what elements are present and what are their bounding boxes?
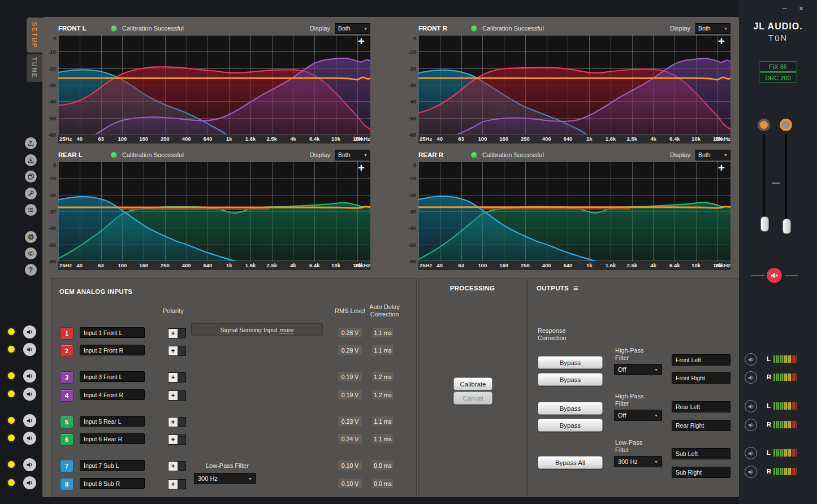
output-listen-button[interactable] — [745, 400, 757, 412]
tab-tune[interactable]: TUNE — [27, 54, 42, 82]
output-listen-button[interactable] — [745, 466, 757, 478]
input-name-field[interactable]: Input 8 Sub R — [80, 478, 145, 489]
input-name-field[interactable]: Input 6 Rear R — [80, 433, 145, 444]
meter-segment — [789, 373, 791, 381]
delay-correction-value: 1.1 ms — [373, 416, 393, 426]
plot-area[interactable]: + — [418, 162, 730, 261]
x-tick-label: 4k — [290, 262, 296, 268]
display-dropdown[interactable]: Both▼ — [695, 150, 730, 160]
input-name-field[interactable]: Input 4 Front R — [80, 389, 145, 400]
calibration-status-text: Calibration Successful — [482, 151, 544, 158]
left-level-knob[interactable] — [758, 119, 770, 131]
help-icon: ? — [29, 266, 33, 273]
close-button[interactable]: × — [799, 5, 803, 12]
hpf-front-dropdown[interactable]: Off▼ — [614, 364, 662, 375]
right-level-knob[interactable] — [780, 119, 792, 131]
plot-area[interactable]: + — [58, 35, 370, 134]
polarity-toggle[interactable]: + — [168, 390, 186, 401]
outputs-panel: OUTPUTS ≡ Response Correction Bypass Byp… — [527, 278, 740, 497]
upload-icon[interactable] — [25, 137, 37, 149]
bypass-rear-left-button[interactable]: Bypass — [538, 402, 603, 415]
wrench-icon[interactable] — [25, 188, 37, 199]
left-volume-slider-track[interactable] — [763, 134, 765, 230]
copyright-icon[interactable]: © — [25, 247, 37, 259]
input-name-field[interactable]: Input 7 Sub L — [80, 460, 145, 471]
output-name-sub-right[interactable]: Sub Right — [672, 467, 730, 478]
input-listen-button[interactable] — [23, 458, 36, 471]
polarity-toggle[interactable]: + — [168, 479, 186, 489]
x-tick-label: 1.6k — [245, 136, 256, 142]
calibrate-button[interactable]: Calibrate — [453, 377, 492, 390]
input-name-field[interactable]: Input 1 Front L — [80, 327, 145, 338]
input-listen-button[interactable] — [23, 388, 36, 401]
display-dropdown[interactable]: Both▼ — [335, 150, 370, 160]
left-volume-slider-handle[interactable] — [760, 216, 769, 232]
bypass-all-button[interactable]: Bypass All — [538, 456, 603, 469]
output-name-front-right[interactable]: Front Right — [672, 372, 730, 384]
polarity-toggle[interactable]: + — [168, 435, 186, 445]
output-name-sub-left[interactable]: Sub Left — [672, 448, 730, 459]
output-listen-button[interactable] — [745, 419, 757, 431]
display-label: Display — [670, 151, 690, 158]
polarity-toggle[interactable]: + — [168, 372, 186, 383]
x-tick-label: 20kHz — [715, 262, 730, 268]
plot-area[interactable]: + — [58, 162, 370, 261]
input-listen-button[interactable] — [23, 325, 36, 338]
meter-segment — [780, 402, 781, 410]
bypass-rear-right-button[interactable]: Bypass — [538, 419, 603, 432]
input-listen-button[interactable] — [23, 370, 36, 383]
device-fix86-button[interactable]: FiX 86 — [759, 61, 797, 72]
zoom-plus-icon[interactable]: + — [358, 162, 365, 174]
input-row: 3Input 3 Front L+0.19 V1.2 ms — [51, 371, 416, 383]
device-drc200-button[interactable]: DRC 200 — [759, 72, 797, 83]
input-name-field[interactable]: Input 5 Rear L — [80, 416, 145, 427]
cancel-button[interactable]: Cancel — [453, 392, 492, 405]
zoom-plus-icon[interactable]: + — [718, 162, 725, 174]
right-volume-slider-track[interactable] — [785, 134, 787, 230]
outputs-menu-icon[interactable]: ≡ — [573, 284, 578, 292]
polarity-toggle[interactable]: + — [168, 346, 186, 356]
polarity-toggle[interactable]: + — [168, 461, 186, 471]
input-name-field[interactable]: Input 3 Front L — [80, 371, 145, 382]
lpf-sub-dropdown[interactable]: 300 Hz▼ — [614, 456, 662, 467]
input-listen-button[interactable] — [23, 343, 36, 356]
output-name-front-left[interactable]: Front Left — [672, 354, 730, 366]
graph-rear-l: REAR L Calibration Successful Display Bo… — [44, 148, 370, 271]
x-tick-label: 250 — [521, 262, 530, 268]
output-name-rear-left[interactable]: Rear Left — [672, 401, 730, 412]
output-listen-button[interactable] — [745, 371, 757, 384]
meter-segment — [776, 421, 777, 428]
output-name-rear-right[interactable]: Rear Right — [672, 420, 730, 431]
preset-list-icon[interactable] — [25, 204, 37, 216]
delay-correction-value: 1.2 ms — [373, 390, 393, 399]
bypass-front-right-button[interactable]: Bypass — [538, 373, 603, 386]
right-volume-slider-handle[interactable] — [783, 219, 791, 234]
bypass-front-left-button[interactable]: Bypass — [538, 356, 603, 369]
input-listen-button[interactable] — [23, 432, 36, 445]
copy-icon[interactable] — [25, 171, 37, 183]
polarity-toggle[interactable]: + — [168, 417, 186, 427]
tab-setup[interactable]: SETUP — [27, 18, 42, 53]
download-icon[interactable] — [25, 154, 37, 166]
output-listen-button[interactable] — [745, 353, 757, 366]
y-tick-label: -30 — [408, 208, 416, 215]
display-label: Display — [310, 25, 330, 32]
output-listen-button[interactable] — [745, 447, 757, 459]
help-icon[interactable]: ? — [25, 264, 37, 276]
hpf-rear-dropdown[interactable]: Off▼ — [614, 410, 662, 421]
display-dropdown[interactable]: Both▼ — [335, 23, 370, 34]
zoom-plus-icon[interactable]: + — [718, 35, 725, 47]
meter-segment — [784, 402, 785, 410]
input-name-field[interactable]: Input 2 Front R — [80, 345, 145, 355]
zoom-plus-icon[interactable]: + — [358, 35, 365, 47]
display-dropdown[interactable]: Both▼ — [695, 23, 730, 34]
input-listen-button[interactable] — [23, 476, 36, 489]
x-tick-label: 160 — [499, 262, 508, 268]
settings-gear-icon[interactable]: ⚙ — [25, 231, 37, 243]
mute-button[interactable] — [767, 268, 782, 283]
polarity-toggle[interactable]: + — [168, 328, 186, 338]
input-listen-button[interactable] — [23, 414, 36, 427]
plot-area[interactable]: + — [418, 35, 730, 134]
minimize-button[interactable]: – — [783, 3, 787, 11]
calibration-status-text: Calibration Successful — [482, 25, 544, 32]
